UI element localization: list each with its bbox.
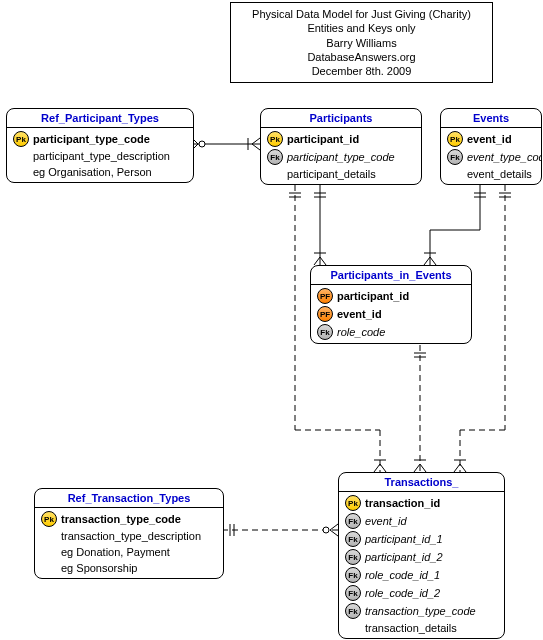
attribute-row: Fkparticipant_id_1	[339, 530, 504, 548]
attribute-row: Pkparticipant_id	[261, 130, 421, 148]
attribute-row: transaction_type_description	[35, 528, 223, 544]
attribute-name: transaction_id	[365, 497, 440, 509]
entity-title: Transactions_	[339, 473, 504, 492]
attribute-row: participant_details	[261, 166, 421, 182]
entity-body: Pkparticipant_type_codeparticipant_type_…	[7, 128, 193, 182]
attribute-name: eg Sponsorship	[61, 562, 137, 574]
attribute-name: event_type_code	[467, 151, 542, 163]
svg-line-19	[430, 257, 436, 265]
fk-key-icon: Fk	[345, 585, 361, 601]
svg-line-5	[252, 144, 260, 150]
entity-ref-transaction-types: Ref_Transaction_Types Pktransaction_type…	[34, 488, 224, 579]
attribute-row: event_details	[441, 166, 541, 182]
attribute-name: transaction_type_code	[365, 605, 476, 617]
fk-key-icon: Fk	[345, 513, 361, 529]
attribute-row: PFevent_id	[311, 305, 471, 323]
key-blank	[41, 545, 57, 559]
entity-events: Events Pkevent_idFkevent_type_codeevent_…	[440, 108, 542, 185]
pk-key-icon: Pk	[447, 131, 463, 147]
svg-line-35	[460, 464, 466, 472]
attribute-name: event_id	[467, 133, 512, 145]
svg-line-47	[330, 530, 338, 536]
attribute-row: PFparticipant_id	[311, 287, 471, 305]
attribute-name: transaction_details	[365, 622, 457, 634]
pk-key-icon: Pk	[267, 131, 283, 147]
entity-body: Pktransaction_idFkevent_idFkparticipant_…	[339, 492, 504, 638]
svg-line-41	[420, 464, 426, 472]
fk-key-icon: Fk	[345, 603, 361, 619]
attribute-row: eg Donation, Payment	[35, 544, 223, 560]
svg-line-40	[414, 464, 420, 472]
svg-line-18	[424, 257, 430, 265]
entity-title: Participants	[261, 109, 421, 128]
title-line-3: Barry Williams	[239, 36, 484, 50]
diagram-title-box: Physical Data Model for Just Giving (Cha…	[230, 2, 493, 83]
fk-key-icon: Fk	[267, 149, 283, 165]
attribute-row: transaction_details	[339, 620, 504, 636]
svg-point-3	[199, 141, 205, 147]
entity-title: Events	[441, 109, 541, 128]
attribute-row: Pkparticipant_type_code	[7, 130, 193, 148]
entity-transactions: Transactions_ Pktransaction_idFkevent_id…	[338, 472, 505, 639]
attribute-row: Fkrole_code_id_1	[339, 566, 504, 584]
key-blank	[13, 149, 29, 163]
fk-key-icon: Fk	[345, 549, 361, 565]
attribute-name: event_id	[365, 515, 407, 527]
pk-key-icon: Pk	[41, 511, 57, 527]
attribute-row: Pktransaction_id	[339, 494, 504, 512]
pf-key-icon: PF	[317, 306, 333, 322]
attribute-name: role_code_id_2	[365, 587, 440, 599]
fk-key-icon: Fk	[345, 567, 361, 583]
attribute-row: Pktransaction_type_code	[35, 510, 223, 528]
attribute-row: Fkparticipant_id_2	[339, 548, 504, 566]
attribute-row: Fkrole_code	[311, 323, 471, 341]
attribute-name: participant_type_code	[33, 133, 150, 145]
attribute-row: participant_type_description	[7, 148, 193, 164]
attribute-name: participant_id	[287, 133, 359, 145]
entity-ref-participant-types: Ref_Participant_Types Pkparticipant_type…	[6, 108, 194, 183]
attribute-row: Fktransaction_type_code	[339, 602, 504, 620]
attribute-name: participant_type_code	[287, 151, 395, 163]
svg-line-26	[374, 464, 380, 472]
key-blank	[447, 167, 463, 181]
attribute-row: eg Organisation, Person	[7, 164, 193, 180]
key-blank	[345, 621, 361, 635]
attribute-name: participant_id_2	[365, 551, 443, 563]
attribute-name: role_code	[337, 326, 385, 338]
key-blank	[41, 529, 57, 543]
attribute-name: eg Organisation, Person	[33, 166, 152, 178]
entity-title: Participants_in_Events	[311, 266, 471, 285]
svg-line-27	[380, 464, 386, 472]
title-line-4: DatabaseAnswers.org	[239, 50, 484, 64]
entity-body: Pkevent_idFkevent_type_codeevent_details	[441, 128, 541, 184]
key-blank	[13, 165, 29, 179]
attribute-name: participant_id_1	[365, 533, 443, 545]
attribute-row: Fkrole_code_id_2	[339, 584, 504, 602]
title-line-1: Physical Data Model for Just Giving (Cha…	[239, 7, 484, 21]
attribute-name: eg Donation, Payment	[61, 546, 170, 558]
attribute-name: transaction_type_description	[61, 530, 201, 542]
svg-line-46	[330, 524, 338, 530]
attribute-name: transaction_type_code	[61, 513, 181, 525]
entity-title: Ref_Transaction_Types	[35, 489, 223, 508]
key-blank	[267, 167, 283, 181]
entity-body: PFparticipant_idPFevent_idFkrole_code	[311, 285, 471, 343]
entity-title: Ref_Participant_Types	[7, 109, 193, 128]
attribute-name: event_id	[337, 308, 382, 320]
pk-key-icon: Pk	[345, 495, 361, 511]
attribute-name: participant_id	[337, 290, 409, 302]
attribute-name: participant_details	[287, 168, 376, 180]
fk-key-icon: Fk	[345, 531, 361, 547]
pf-key-icon: PF	[317, 288, 333, 304]
entity-body: Pktransaction_type_codetransaction_type_…	[35, 508, 223, 578]
title-line-5: December 8th. 2009	[239, 64, 484, 78]
svg-line-10	[314, 257, 320, 265]
svg-line-11	[320, 257, 326, 265]
attribute-name: participant_type_description	[33, 150, 170, 162]
svg-point-48	[323, 527, 329, 533]
fk-key-icon: Fk	[447, 149, 463, 165]
key-blank	[41, 561, 57, 575]
attribute-row: Fkparticipant_type_code	[261, 148, 421, 166]
attribute-name: event_details	[467, 168, 532, 180]
attribute-row: Fkevent_id	[339, 512, 504, 530]
